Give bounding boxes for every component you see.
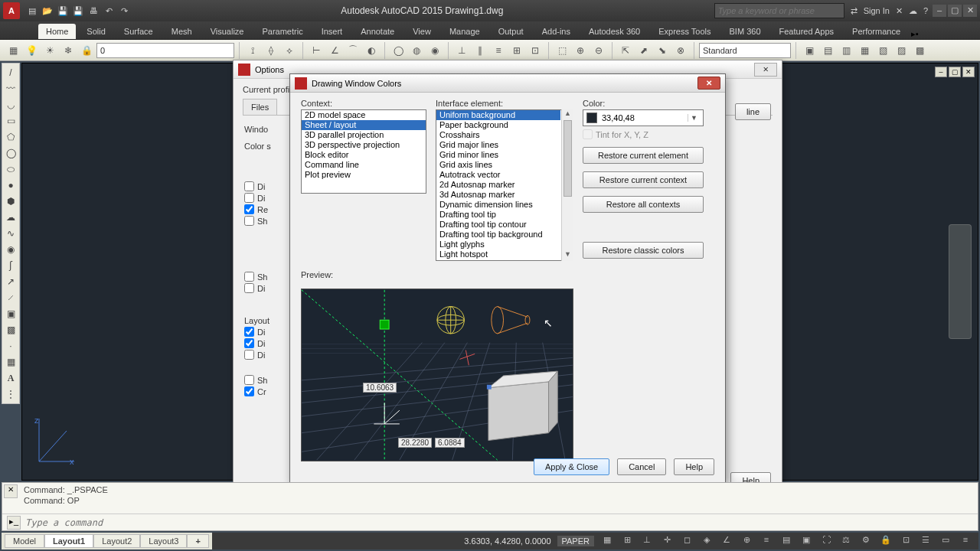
new-icon[interactable]: ▤ [26, 5, 38, 17]
opt-chk-8[interactable] [244, 338, 254, 348]
interface-item[interactable]: Autotrack vector [436, 170, 560, 180]
interface-item[interactable]: 3d Autosnap marker [436, 190, 560, 200]
v2-icon[interactable]: ⬈ [635, 42, 652, 59]
context-item[interactable]: Sheet / layout [302, 120, 426, 130]
opt-chk-6[interactable] [244, 283, 254, 293]
interface-item[interactable]: Drafting tool tip background [436, 230, 560, 240]
cancel-button[interactable]: Cancel [617, 458, 666, 475]
tab-model[interactable]: Model [5, 534, 44, 548]
scroll-thumb[interactable] [564, 120, 572, 197]
dim-icon[interactable]: ⟟ [244, 42, 261, 59]
text-tool-icon[interactable]: A [2, 370, 19, 386]
navigation-bar[interactable] [949, 224, 972, 339]
apply-close-button[interactable]: Apply & Close [534, 458, 609, 475]
context-item[interactable]: Command line [302, 160, 426, 170]
context-item[interactable]: Block editor [302, 150, 426, 160]
tab-insert[interactable]: Insert [314, 24, 351, 39]
w7-icon[interactable]: ▩ [911, 42, 928, 59]
lock-icon[interactable]: 🔒 [78, 42, 95, 59]
help-button[interactable]: Help [674, 458, 714, 475]
xchange-icon[interactable]: ✕ [896, 6, 903, 16]
bulb-icon[interactable]: 💡 [23, 42, 40, 59]
search-input[interactable] [714, 3, 844, 18]
sun-icon[interactable]: ☀ [41, 42, 58, 59]
redo-icon[interactable]: ↷ [118, 5, 130, 17]
cmd-close-icon[interactable]: ✕ [4, 484, 18, 498]
angular-icon[interactable]: ∠ [326, 42, 343, 59]
line-button[interactable]: line [735, 103, 771, 120]
qp-toggle-icon[interactable]: ▣ [799, 535, 813, 547]
w6-icon[interactable]: ▨ [893, 42, 910, 59]
grid-toggle-icon[interactable]: ▦ [600, 535, 614, 547]
u3-icon[interactable]: ⊖ [590, 42, 607, 59]
add-layout-button[interactable]: + [187, 534, 208, 548]
opt-chk-9[interactable] [244, 350, 254, 360]
restore-context-button[interactable]: Restore current context [583, 171, 704, 188]
hatch-tool-icon[interactable]: ▩ [2, 322, 19, 337]
opt-chk-2[interactable] [244, 193, 254, 203]
interface-item[interactable]: Uniform background [436, 110, 560, 120]
undo-icon[interactable]: ↶ [103, 5, 115, 17]
c2-icon[interactable]: ◍ [408, 42, 425, 59]
w4-icon[interactable]: ▦ [856, 42, 873, 59]
saveas-icon[interactable]: 💾 [72, 5, 84, 17]
open-icon[interactable]: 📂 [41, 5, 54, 17]
custom-icon[interactable]: ≡ [959, 535, 972, 547]
restore-element-button[interactable]: Restore current element [583, 147, 704, 164]
tab-mesh[interactable]: Mesh [164, 24, 200, 39]
w1-icon[interactable]: ▣ [801, 42, 818, 59]
signin-link[interactable]: Sign In [864, 6, 890, 15]
sc-toggle-icon[interactable]: ⛶ [819, 535, 833, 547]
line-tool-icon[interactable]: / [2, 65, 19, 80]
xline-tool-icon[interactable]: ⟋ [2, 290, 19, 305]
table-tool-icon[interactable]: ▦ [2, 354, 19, 370]
save-icon[interactable]: 💾 [57, 5, 69, 17]
opt-chk-10[interactable] [244, 375, 254, 385]
layer-combo[interactable]: 0 [96, 43, 234, 58]
close-button[interactable]: ✕ [963, 5, 977, 17]
tab-solid[interactable]: Solid [79, 24, 113, 39]
context-item[interactable]: Plot preview [302, 170, 426, 180]
context-item[interactable]: 3D parallel projection [302, 130, 426, 140]
vp-min-icon[interactable]: – [935, 67, 947, 77]
tab-layout3[interactable]: Layout3 [140, 534, 187, 548]
tab-featured[interactable]: Featured Apps [772, 24, 842, 39]
rect-tool-icon[interactable]: ▭ [2, 113, 19, 129]
polar-toggle-icon[interactable]: ✛ [660, 535, 674, 547]
tab-bim360[interactable]: BIM 360 [722, 24, 769, 39]
tab-addins[interactable]: Add-ins [534, 24, 578, 39]
interface-item[interactable]: Crosshairs [436, 130, 560, 140]
circle-tool-icon[interactable]: ◯ [2, 145, 19, 161]
help-icon[interactable]: ? [923, 6, 928, 15]
spline-tool-icon[interactable]: ʃ [2, 258, 19, 273]
space-toggle[interactable]: PAPER [557, 536, 594, 546]
dim3-icon[interactable]: ⟡ [281, 42, 298, 59]
tab-visualize[interactable]: Visualize [203, 24, 252, 39]
tab-layout1[interactable]: Layout1 [44, 534, 93, 548]
lwt-toggle-icon[interactable]: ≡ [760, 535, 773, 547]
opt-chk-5[interactable] [244, 272, 254, 282]
tab-parametric[interactable]: Parametric [254, 24, 310, 39]
exchange-icon[interactable]: ⇄ [851, 6, 858, 16]
arc-icon[interactable]: ⌒ [345, 42, 361, 59]
interface-item[interactable]: Dynamic dimension lines [436, 200, 560, 210]
ribbon-more-icon[interactable]: ▸▪ [911, 29, 919, 39]
hardware-icon[interactable]: ⊡ [899, 535, 913, 547]
c3-icon[interactable]: ◉ [426, 42, 443, 59]
dyn-toggle-icon[interactable]: ⊕ [740, 535, 753, 547]
maximize-button[interactable]: ▢ [948, 5, 962, 17]
interface-item[interactable]: Grid major lines [436, 140, 560, 150]
dim2-icon[interactable]: ⟠ [263, 42, 279, 59]
3dosnap-toggle-icon[interactable]: ◈ [700, 535, 714, 547]
restore-all-button[interactable]: Restore all contexts [583, 196, 704, 213]
style-combo[interactable]: Standard [699, 43, 791, 58]
c1-icon[interactable]: ◯ [390, 42, 407, 59]
t5-icon[interactable]: ⊡ [527, 42, 544, 59]
command-input[interactable] [25, 517, 973, 528]
point-tool-icon[interactable]: · [2, 338, 19, 354]
interface-item[interactable]: Grid minor lines [436, 150, 560, 160]
minimize-button[interactable]: – [933, 5, 946, 17]
w2-icon[interactable]: ▤ [819, 42, 836, 59]
t3-icon[interactable]: ≡ [490, 42, 507, 59]
vp-close-icon[interactable]: ✕ [962, 67, 975, 77]
